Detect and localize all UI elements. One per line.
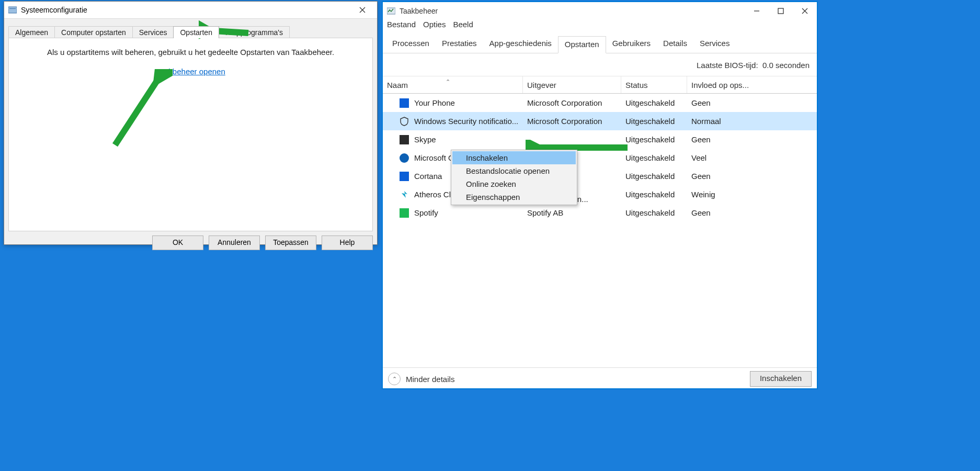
tab-opstarten[interactable]: Opstarten — [173, 26, 219, 38]
ctx-search-online[interactable]: Online zoeken — [452, 177, 576, 190]
tab-details[interactable]: Details — [657, 36, 693, 53]
tab-processen[interactable]: Processen — [386, 36, 436, 53]
taskmgr-footer: ⌃ Minder details Inschakelen — [383, 367, 817, 390]
msconfig-tab-body: Als u opstartitems wilt beheren, gebruik… — [8, 38, 373, 231]
app-icon — [400, 98, 409, 108]
context-menu: Inschakelen Bestandslocatie openen Onlin… — [451, 150, 577, 205]
cell-status: Uitgeschakeld — [621, 172, 687, 181]
taskmgr-content: Laatste BIOS-tijd: 0.0 seconden ⌃ Naam U… — [383, 53, 817, 367]
table-row[interactable]: Windows Security notificatio...Microsoft… — [383, 112, 817, 130]
maximize-icon[interactable] — [769, 3, 793, 19]
taskmgr-tabs: Processen Prestaties App-geschiedenis Op… — [383, 32, 817, 53]
close-icon[interactable] — [351, 2, 374, 18]
app-icon — [400, 153, 409, 163]
tab-computer-opstarten[interactable]: Computer opstarten — [54, 26, 133, 38]
taskmanager-icon — [387, 7, 395, 15]
cell-status: Uitgeschakeld — [621, 135, 687, 144]
open-taskmanager-link[interactable]: Taakbeheer openen — [156, 67, 225, 76]
taskmanager-window: Taakbeheer Bestand Opties Beeld Processe… — [382, 1, 818, 389]
col-header-name[interactable]: Naam — [383, 76, 523, 93]
cell-status: Uitgeschakeld — [621, 190, 687, 199]
table-row[interactable]: Your PhoneMicrosoft CorporationUitgescha… — [383, 94, 817, 112]
cell-impact: Normaal — [687, 117, 817, 126]
close-icon[interactable] — [793, 3, 817, 19]
table-row[interactable]: CortanaporationUitgeschakeldGeen — [383, 167, 817, 185]
fewer-details-toggle[interactable]: ⌃ Minder details — [388, 373, 454, 385]
menu-opties[interactable]: Opties — [423, 20, 446, 32]
app-name: Your Phone — [414, 98, 455, 107]
apply-button[interactable]: Toepassen — [265, 236, 316, 250]
cell-impact: Geen — [687, 135, 817, 144]
col-header-impact[interactable]: Invloed op ops... — [687, 76, 817, 93]
app-icon — [400, 190, 409, 199]
tab-prestaties[interactable]: Prestaties — [436, 36, 483, 53]
app-name: Windows Security notificatio... — [414, 117, 518, 126]
cell-status: Uitgeschakeld — [621, 98, 687, 107]
fewer-details-label: Minder details — [406, 375, 454, 384]
cancel-button[interactable]: Annuleren — [209, 236, 260, 250]
tab-services[interactable]: Services — [132, 26, 174, 38]
app-icon — [400, 117, 409, 126]
table-row[interactable]: SpotifySpotify ABUitgeschakeldGeen — [383, 204, 817, 222]
msconfig-tabs: Algemeen Computer opstarten Services Ops… — [4, 19, 377, 38]
ctx-enable[interactable]: Inschakelen — [452, 151, 576, 164]
app-name: Microsoft O — [414, 153, 454, 162]
tab-app-geschiedenis[interactable]: App-geschiedenis — [483, 36, 558, 53]
bios-value: 0.0 seconden — [762, 61, 810, 70]
startup-list: Your PhoneMicrosoft CorporationUitgescha… — [383, 94, 817, 222]
app-name: Cortana — [414, 172, 442, 181]
svg-rect-1 — [9, 8, 16, 9]
cell-impact: Geen — [687, 208, 817, 217]
msconfig-window: Systeemconfiguratie Algemeen Computer op… — [4, 1, 378, 245]
svg-rect-0 — [8, 7, 17, 13]
msconfig-info-text: Als u opstartitems wilt beheren, gebruik… — [9, 48, 372, 57]
taskmgr-titlebar[interactable]: Taakbeheer — [383, 2, 817, 20]
cell-publisher: Spotify AB — [523, 208, 621, 217]
sort-up-icon: ⌃ — [446, 78, 450, 85]
table-row[interactable]: Microsoft OporationUitgeschakeldVeel — [383, 149, 817, 167]
ctx-open-file-location[interactable]: Bestandslocatie openen — [452, 164, 576, 177]
tab-hulpprogrammas[interactable]: Hulpprogramma's — [219, 26, 290, 38]
menu-beeld[interactable]: Beeld — [453, 20, 473, 32]
taskmgr-menubar: Bestand Opties Beeld — [383, 20, 817, 32]
ok-button[interactable]: OK — [152, 236, 203, 250]
cell-publisher: Microsoft Corporation — [523, 117, 621, 126]
cell-impact: Weinig — [687, 190, 817, 199]
menu-bestand[interactable]: Bestand — [387, 20, 416, 32]
app-name: Spotify — [414, 208, 438, 217]
cell-status: Uitgeschakeld — [621, 117, 687, 126]
table-row[interactable]: SkypeUitgeschakeldGeen — [383, 130, 817, 149]
cell-publisher: Microsoft Corporation — [523, 98, 621, 107]
taskmgr-title: Taakbeheer — [400, 7, 745, 15]
msconfig-title: Systeemconfiguratie — [21, 6, 351, 14]
app-name: Skype — [414, 135, 436, 144]
tab-algemeen[interactable]: Algemeen — [8, 26, 55, 38]
bios-time: Laatste BIOS-tijd: 0.0 seconden — [383, 53, 817, 76]
col-header-publisher[interactable]: Uitgever — [523, 76, 621, 93]
msconfig-icon — [8, 6, 17, 14]
chevron-up-icon: ⌃ — [388, 373, 401, 385]
cell-status: Uitgeschakeld — [621, 153, 687, 162]
cell-impact: Veel — [687, 153, 817, 162]
cell-status: Uitgeschakeld — [621, 208, 687, 217]
minimize-icon[interactable] — [745, 3, 769, 19]
msconfig-titlebar[interactable]: Systeemconfiguratie — [4, 2, 377, 19]
cell-impact: Geen — [687, 172, 817, 181]
msconfig-button-row: OK Annuleren Toepassen Help — [4, 231, 377, 250]
col-header-status[interactable]: Status — [621, 76, 687, 93]
table-row[interactable]: Atheros Client UtilityAtheros Communicat… — [383, 185, 817, 204]
tab-gebruikers[interactable]: Gebruikers — [606, 36, 657, 53]
cell-impact: Geen — [687, 98, 817, 107]
enable-button[interactable]: Inschakelen — [750, 371, 812, 387]
svg-rect-6 — [778, 8, 783, 14]
ctx-properties[interactable]: Eigenschappen — [452, 190, 576, 204]
tab-opstarten[interactable]: Opstarten — [558, 36, 606, 53]
help-button[interactable]: Help — [322, 236, 373, 250]
tab-services-tm[interactable]: Services — [693, 36, 736, 53]
app-icon — [400, 208, 409, 218]
bios-label: Laatste BIOS-tijd: — [697, 61, 758, 70]
app-icon — [400, 172, 409, 181]
app-icon — [400, 135, 409, 144]
